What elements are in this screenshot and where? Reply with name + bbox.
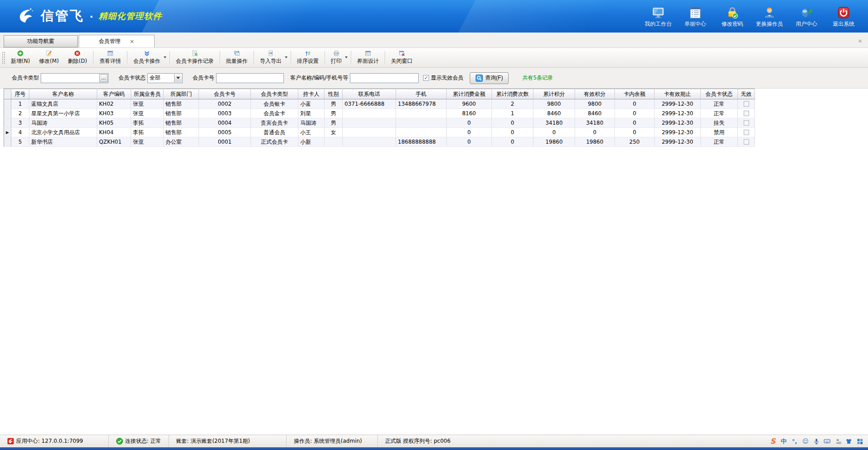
tab-function-navigation[interactable]: 功能导航窗 <box>4 35 78 47</box>
query-button[interactable]: 查询(F) <box>470 72 509 84</box>
cell-valid-points: 19860 <box>575 137 615 147</box>
column-header[interactable]: 序号 <box>11 89 29 99</box>
cell-invalid <box>738 137 755 147</box>
invalid-checkbox[interactable] <box>744 120 749 126</box>
cell-valid-points: 9800 <box>575 99 615 109</box>
cell-holder: 小王 <box>298 128 325 137</box>
cell-card-no: 0004 <box>199 118 251 128</box>
tab-close-icon[interactable]: × <box>130 38 135 44</box>
close-window-button[interactable]: 关闭窗口 <box>387 49 417 66</box>
ime-toolbox-icon[interactable] <box>856 437 863 445</box>
column-header[interactable]: 客户名称 <box>29 89 97 99</box>
nav-my-workbench[interactable]: 我的工作台 <box>642 5 675 28</box>
view-details-icon <box>106 50 115 56</box>
cell-card-type: 正式会员卡 <box>251 137 298 147</box>
app-header: 信管飞 · 精细化管理软件 我的工作台 <box>0 0 868 33</box>
record-count: 共有5条记录 <box>522 74 553 82</box>
cell-card-type: 会员银卡 <box>251 99 298 109</box>
print-icon <box>332 50 341 56</box>
row-indicator <box>4 137 11 147</box>
column-header[interactable]: 性别 <box>325 89 343 99</box>
add-button[interactable]: 新增(N) <box>6 49 34 66</box>
ime-emoji-icon[interactable]: ☺ <box>802 437 809 445</box>
column-header[interactable]: 持卡人 <box>298 89 325 99</box>
ime-handwriting-icon[interactable] <box>834 437 842 445</box>
nav-switch-operator[interactable]: 更换操作员 <box>753 5 786 28</box>
cell-card-no: 0005 <box>199 128 251 137</box>
nav-exit-system[interactable]: 退出系统 <box>827 5 860 28</box>
column-header[interactable]: 卡内余额 <box>615 89 655 99</box>
table-row[interactable]: 1 蓝猫文具店 KH02 张亚 销售部 0002 会员银卡 小蓝 男 0371-… <box>4 99 755 109</box>
customer-input[interactable] <box>350 73 419 83</box>
table-row[interactable]: 3 马国涛 KH05 李拓 销售部 0004 贵宾会员卡 马国涛 男 0 0 3… <box>4 118 755 128</box>
column-header[interactable]: 所属部门 <box>164 89 199 99</box>
table-row[interactable]: ▶ 4 北京小学文具用品店 KH04 李拓 销售部 0005 普通会员 小王 女… <box>4 128 755 137</box>
toolbar-grip[interactable] <box>2 52 5 64</box>
column-header[interactable]: 会员卡类型 <box>251 89 298 99</box>
view-details-button[interactable]: 查看详情 <box>95 49 126 66</box>
cell-total-amount: 8160 <box>447 109 492 118</box>
dropdown-arrow-icon[interactable] <box>345 56 348 58</box>
cell-total-amount: 0 <box>447 128 492 137</box>
batch-operations-button[interactable]: 批量操作 <box>222 49 252 66</box>
invalid-checkbox[interactable] <box>744 139 749 145</box>
show-invalid-checkbox-wrap[interactable]: ✓ 显示无效会员 <box>423 74 463 82</box>
cell-expiry: 2999-12-30 <box>655 99 701 109</box>
column-header[interactable]: 无效 <box>738 89 755 99</box>
print-button[interactable]: 打印 <box>326 49 349 66</box>
table-row[interactable]: 5 新华书店 QZKH01 张亚 办公室 0001 正式会员卡 小新 18688… <box>4 137 755 147</box>
nav-change-password[interactable]: 修改密码 <box>716 5 749 28</box>
column-header[interactable]: 卡有效期止 <box>655 89 701 99</box>
browse-dots-button[interactable]: … <box>99 74 108 82</box>
column-header[interactable]: 会员卡号 <box>199 89 251 99</box>
tabstrip-close-icon[interactable]: × <box>858 38 863 44</box>
column-header[interactable]: 累计积分 <box>533 89 575 99</box>
ime-keyboard-icon[interactable] <box>823 437 831 445</box>
nav-user-center[interactable]: 用户中心 <box>790 5 823 28</box>
ime-punctuation-icon[interactable]: °, <box>791 437 798 445</box>
column-header[interactable]: 累计消费次数 <box>492 89 533 99</box>
edit-button[interactable]: 修改(M) <box>34 49 63 66</box>
column-header[interactable]: 累计消费金额 <box>447 89 492 99</box>
cell-card-type: 会员金卡 <box>251 109 298 118</box>
status-bar: 应用中心: 127.0.0.1:7099 连接状态: 正常 账套: 演示账套(2… <box>0 435 868 450</box>
cell-status: 禁用 <box>701 128 738 137</box>
nav-document-center[interactable]: 单据中心 <box>679 5 712 28</box>
column-header[interactable]: 所属业务员 <box>131 89 164 99</box>
sogou-logo-icon[interactable]: S <box>769 437 777 445</box>
invalid-checkbox[interactable] <box>744 130 749 135</box>
card-operations-button[interactable]: 会员卡操作 <box>129 49 168 66</box>
invalid-checkbox[interactable] <box>744 111 749 116</box>
select-button[interactable] <box>174 74 182 82</box>
ui-design-button[interactable]: 界面设计 <box>353 49 383 66</box>
cell-total-points: 0 <box>533 128 575 137</box>
column-header[interactable]: 手机 <box>396 89 447 99</box>
dropdown-arrow-icon[interactable] <box>164 56 166 58</box>
toolbar-separator <box>170 51 170 64</box>
delete-button[interactable]: 删除(D) <box>63 49 92 66</box>
column-header[interactable]: 有效积分 <box>575 89 615 99</box>
show-invalid-checkbox[interactable]: ✓ <box>423 75 429 81</box>
column-header[interactable]: 联系电话 <box>343 89 396 99</box>
card-type-input[interactable] <box>41 73 108 83</box>
ime-skin-icon[interactable] <box>845 437 853 445</box>
import-export-button[interactable]: 导入导出 <box>255 49 289 66</box>
ime-chinese-mode-icon[interactable]: 中 <box>780 437 788 445</box>
tab-member-management[interactable]: 会员管理 × <box>79 35 155 47</box>
table-body: 1 蓝猫文具店 KH02 张亚 销售部 0002 会员银卡 小蓝 男 0371-… <box>4 99 755 147</box>
column-header[interactable]: 客户编码 <box>97 89 131 99</box>
table-row[interactable]: 2 星星文具第一小学店 KH03 张亚 销售部 0003 会员金卡 刘星 男 8… <box>4 109 755 118</box>
column-header[interactable]: 会员卡状态 <box>701 89 738 99</box>
invalid-checkbox[interactable] <box>744 101 749 107</box>
card-no-input[interactable] <box>216 73 284 83</box>
cell-balance: 0 <box>615 99 655 109</box>
cell-seq: 5 <box>11 137 29 147</box>
dropdown-arrow-icon[interactable] <box>285 56 288 58</box>
nav-label: 退出系统 <box>833 20 854 28</box>
card-record-button[interactable]: 会员卡操作记录 <box>171 49 218 66</box>
card-status-select[interactable]: 全部 <box>147 73 183 83</box>
tab-label: 功能导航窗 <box>27 38 54 45</box>
sort-settings-button[interactable]: 排序设置 <box>292 49 323 66</box>
ime-mic-icon[interactable] <box>812 437 820 445</box>
cell-total-points: 19860 <box>533 137 575 147</box>
